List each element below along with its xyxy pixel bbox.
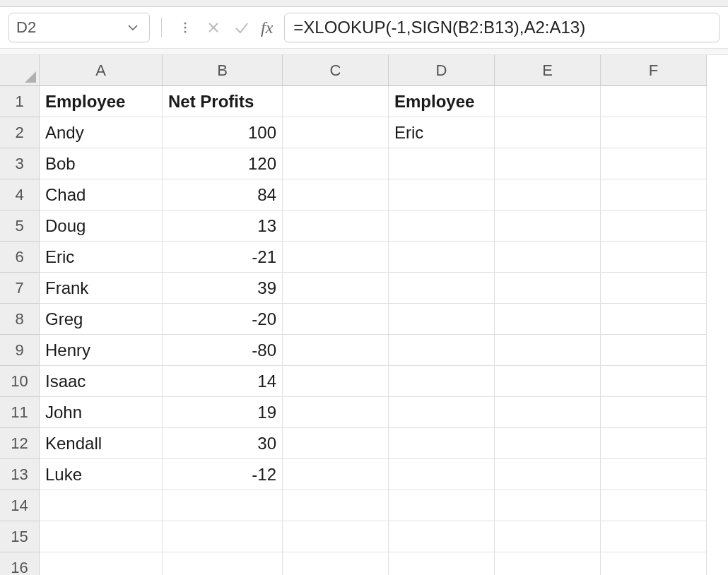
cell-C15[interactable] [283, 521, 389, 552]
row-head-1[interactable]: 1 [0, 86, 40, 117]
row-head-3[interactable]: 3 [0, 148, 40, 179]
cell-C12[interactable] [283, 428, 389, 459]
cell-A5[interactable]: Doug [40, 211, 163, 242]
row-head-8[interactable]: 8 [0, 304, 40, 335]
cell-D16[interactable] [389, 552, 495, 575]
cell-B12[interactable]: 30 [163, 428, 283, 459]
cell-B6[interactable]: -21 [163, 242, 283, 273]
col-head-B[interactable]: B [163, 55, 283, 86]
cell-A2[interactable]: Andy [40, 117, 163, 148]
row-head-9[interactable]: 9 [0, 335, 40, 366]
row-head-4[interactable]: 4 [0, 179, 40, 211]
cell-A6[interactable]: Eric [40, 242, 163, 273]
cell-B16[interactable] [163, 552, 283, 575]
cell-B4[interactable]: 84 [163, 179, 283, 211]
cell-C5[interactable] [283, 211, 389, 242]
cell-A9[interactable]: Henry [40, 335, 163, 366]
cell-C16[interactable] [283, 552, 389, 575]
cell-C4[interactable] [283, 179, 389, 211]
cell-D10[interactable] [389, 366, 495, 397]
cell-B15[interactable] [163, 521, 283, 552]
spreadsheet-grid[interactable]: A B C D E F 1 Employee Net Profits Emplo… [0, 55, 728, 575]
cell-A8[interactable]: Greg [40, 304, 163, 335]
cell-F10[interactable] [601, 366, 707, 397]
cell-C3[interactable] [283, 148, 389, 179]
row-head-5[interactable]: 5 [0, 211, 40, 242]
cell-E9[interactable] [495, 335, 601, 366]
cell-F16[interactable] [601, 552, 707, 575]
col-head-C[interactable]: C [283, 55, 389, 86]
cell-A7[interactable]: Frank [40, 273, 163, 304]
row-head-2[interactable]: 2 [0, 117, 40, 148]
cell-F3[interactable] [601, 148, 707, 179]
cell-C9[interactable] [283, 335, 389, 366]
cell-E2[interactable] [495, 117, 601, 148]
cell-D9[interactable] [389, 335, 495, 366]
cell-A13[interactable]: Luke [40, 459, 163, 490]
cell-D6[interactable] [389, 242, 495, 273]
cell-E11[interactable] [495, 397, 601, 428]
cell-F11[interactable] [601, 397, 707, 428]
select-all-corner[interactable] [0, 55, 40, 86]
cell-A10[interactable]: Isaac [40, 366, 163, 397]
cell-F12[interactable] [601, 428, 707, 459]
cell-C10[interactable] [283, 366, 389, 397]
name-box[interactable]: D2 [8, 13, 150, 42]
row-head-10[interactable]: 10 [0, 366, 40, 397]
cell-B14[interactable] [163, 490, 283, 521]
row-head-11[interactable]: 11 [0, 397, 40, 428]
cell-C6[interactable] [283, 242, 389, 273]
cell-C7[interactable] [283, 273, 389, 304]
cell-F4[interactable] [601, 179, 707, 211]
cell-C14[interactable] [283, 490, 389, 521]
cell-A1[interactable]: Employee [40, 86, 163, 117]
cell-E1[interactable] [495, 86, 601, 117]
cell-D5[interactable] [389, 211, 495, 242]
cell-C1[interactable] [283, 86, 389, 117]
cell-F5[interactable] [601, 211, 707, 242]
cell-F15[interactable] [601, 521, 707, 552]
cell-D14[interactable] [389, 490, 495, 521]
cell-E16[interactable] [495, 552, 601, 575]
formula-input[interactable]: =XLOOKUP(-1,SIGN(B2:B13),A2:A13) [284, 13, 720, 42]
cell-D13[interactable] [389, 459, 495, 490]
cell-A12[interactable]: Kendall [40, 428, 163, 459]
cell-A14[interactable] [40, 490, 163, 521]
cell-C13[interactable] [283, 459, 389, 490]
cell-E7[interactable] [495, 273, 601, 304]
cell-A15[interactable] [40, 521, 163, 552]
row-head-7[interactable]: 7 [0, 273, 40, 304]
cell-E14[interactable] [495, 490, 601, 521]
enter-icon[interactable] [233, 18, 251, 37]
cell-E13[interactable] [495, 459, 601, 490]
cell-D11[interactable] [389, 397, 495, 428]
cell-E8[interactable] [495, 304, 601, 335]
cell-D4[interactable] [389, 179, 495, 211]
cell-B5[interactable]: 13 [163, 211, 283, 242]
cell-B13[interactable]: -12 [163, 459, 283, 490]
cell-C2[interactable] [283, 117, 389, 148]
cell-D3[interactable] [389, 148, 495, 179]
col-head-F[interactable]: F [601, 55, 707, 86]
cell-D12[interactable] [389, 428, 495, 459]
cell-F2[interactable] [601, 117, 707, 148]
cell-B7[interactable]: 39 [163, 273, 283, 304]
cell-E10[interactable] [495, 366, 601, 397]
cell-A16[interactable] [40, 552, 163, 575]
cell-A11[interactable]: John [40, 397, 163, 428]
cell-B3[interactable]: 120 [163, 148, 283, 179]
cell-F8[interactable] [601, 304, 707, 335]
cell-F14[interactable] [601, 490, 707, 521]
cell-F6[interactable] [601, 242, 707, 273]
cell-E12[interactable] [495, 428, 601, 459]
cell-B1[interactable]: Net Profits [163, 86, 283, 117]
col-head-E[interactable]: E [495, 55, 601, 86]
cell-D1[interactable]: Employee [389, 86, 495, 117]
col-head-D[interactable]: D [389, 55, 495, 86]
cell-F13[interactable] [601, 459, 707, 490]
cell-D8[interactable] [389, 304, 495, 335]
cell-D7[interactable] [389, 273, 495, 304]
cell-F9[interactable] [601, 335, 707, 366]
row-head-6[interactable]: 6 [0, 242, 40, 273]
cell-F7[interactable] [601, 273, 707, 304]
